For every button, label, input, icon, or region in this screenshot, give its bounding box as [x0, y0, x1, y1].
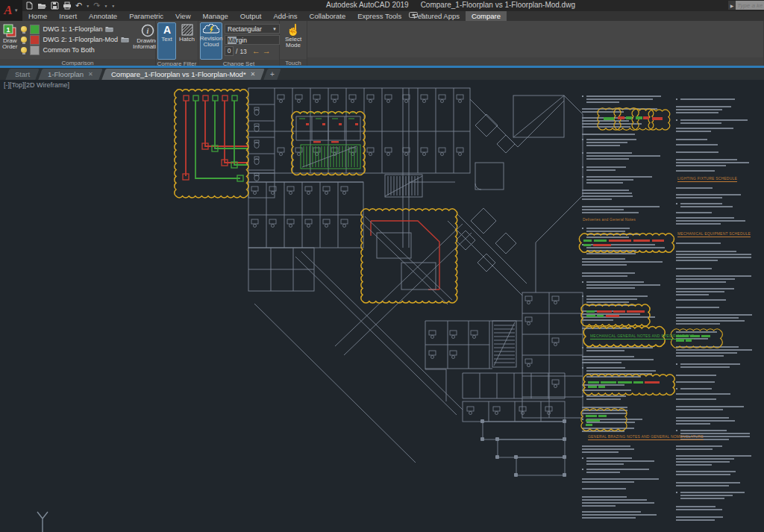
- text-diff-added: [583, 240, 592, 242]
- text-diff-added: [633, 381, 643, 384]
- undo-icon[interactable]: ↶: [75, 1, 82, 10]
- comparison-layer-row-0[interactable]: DWG 1: 1-Floorplan: [21, 25, 129, 34]
- select-mode-button[interactable]: ☝ Select Mode: [281, 22, 305, 59]
- text-diff-added: [701, 335, 710, 337]
- qat-customize-caret-icon[interactable]: ▼: [111, 4, 115, 8]
- draw-order-button[interactable]: 1 Draw Order: [1, 22, 18, 59]
- save-icon[interactable]: [51, 1, 59, 10]
- note-heading-0: Deliveries and General Notes: [583, 217, 636, 222]
- file-tab-active[interactable]: Compare_1-Floorplan vs 1-Floorplan-Mod*✕: [101, 69, 265, 80]
- redo-caret-icon[interactable]: ▼: [104, 4, 107, 8]
- app-title: Autodesk AutoCAD 2019: [326, 1, 409, 9]
- redo-icon[interactable]: ↷: [93, 1, 100, 10]
- panel-touch: ☝ Select Mode Touch: [280, 21, 307, 66]
- comparison-layer-row-1[interactable]: DWG 2: 1-Floorplan-Mod: [21, 35, 129, 44]
- ribbon-tab-compare[interactable]: Compare: [466, 11, 507, 21]
- folder-icon[interactable]: [121, 37, 129, 43]
- visibility-bulb-icon[interactable]: [21, 26, 27, 32]
- folder-icon[interactable]: [105, 26, 113, 32]
- revision-cloud-5[interactable]: [632, 109, 654, 130]
- layer-color-swatch[interactable]: [30, 35, 40, 45]
- panel-change-set: Revision Cloud Rectangular▼ Margin 0 / 1…: [198, 21, 280, 66]
- ribbon-tab-view[interactable]: View: [169, 11, 196, 21]
- ribbon: 1 Draw Order DWG 1: 1-FloorplanDWG 2: 1-…: [0, 21, 764, 66]
- revision-cloud-annotations: [175, 90, 723, 431]
- svg-text:i: i: [147, 27, 149, 35]
- text-diff-removed: [633, 240, 650, 242]
- text-diff-removed: [593, 244, 611, 246]
- layer-label: Common To Both: [43, 46, 94, 54]
- layer-label: DWG 1: 1-Floorplan: [43, 25, 102, 33]
- ribbon-empty-area: [307, 21, 764, 66]
- ribbon-tab-collaborate[interactable]: Collaborate: [304, 11, 352, 21]
- text-diff-added: [618, 381, 632, 384]
- text-diff-added: [626, 116, 632, 119]
- diff-restroom-stair: [296, 113, 360, 169]
- ribbon-tab-insert[interactable]: Insert: [53, 11, 83, 21]
- info-icon: i: [141, 24, 154, 37]
- search-arrow-icon[interactable]: ▶: [728, 1, 736, 10]
- file-tab-1[interactable]: 1-Floorplan✕: [38, 69, 102, 80]
- ribbon-tab-home[interactable]: Home: [22, 11, 53, 21]
- undo-caret-icon[interactable]: ▼: [86, 4, 90, 8]
- text-diff-removed: [606, 315, 619, 317]
- change-current-box[interactable]: 0: [225, 46, 234, 56]
- visibility-bulb-icon[interactable]: [21, 37, 27, 43]
- text-diff-added: [598, 386, 605, 388]
- revision-cloud-1[interactable]: [292, 112, 366, 175]
- open-file-icon[interactable]: [37, 2, 47, 10]
- svg-text:A: A: [163, 24, 170, 36]
- new-tab-button[interactable]: +: [263, 69, 281, 80]
- revision-cloud-2[interactable]: [361, 209, 457, 303]
- previous-change-button[interactable]: ←: [252, 47, 260, 55]
- ribbon-tab-add-ins[interactable]: Add-ins: [267, 11, 303, 21]
- plot-icon[interactable]: [63, 1, 72, 10]
- ribbon-tab-parametric[interactable]: Parametric: [123, 11, 169, 21]
- visibility-bulb-icon[interactable]: [21, 47, 27, 53]
- ribbon-tab-express-tools[interactable]: Express Tools: [351, 11, 407, 21]
- text-diff-removed: [597, 310, 612, 313]
- autocad-logo[interactable]: A▼: [0, 0, 22, 21]
- margin-field[interactable]: Margin: [225, 35, 280, 45]
- revision-cloud-0[interactable]: [175, 90, 248, 198]
- close-tab-icon[interactable]: ✕: [88, 71, 93, 78]
- text-filter-button[interactable]: A Text: [157, 22, 176, 60]
- ribbon-tab-output[interactable]: Output: [234, 11, 268, 21]
- text-diff-added: [676, 335, 689, 337]
- text-diff-removed: [652, 240, 664, 242]
- panel-comparison: 1 Draw Order DWG 1: 1-FloorplanDWG 2: 1-…: [0, 21, 156, 66]
- ribbon-tab-annotate[interactable]: Annotate: [83, 11, 123, 21]
- layer-color-swatch[interactable]: [30, 46, 40, 55]
- layer-color-swatch[interactable]: [30, 25, 40, 34]
- file-tab-0[interactable]: Start: [5, 69, 40, 80]
- keyword-search-input[interactable]: [736, 1, 764, 10]
- diff-walls: [371, 221, 439, 290]
- diff-duct-runs: [183, 96, 248, 181]
- text-diff-added: [586, 315, 595, 317]
- screencast-icon[interactable]: [409, 12, 418, 18]
- dropdown-caret-icon: ▼: [272, 25, 277, 34]
- close-tab-icon[interactable]: ✕: [250, 71, 255, 78]
- text-diff-removed: [609, 240, 631, 242]
- cloud-style-dropdown[interactable]: Rectangular▼: [225, 24, 280, 34]
- text-diff-added: [598, 415, 607, 417]
- quick-access-toolbar: ↶▼ ↷▼ ▼: [25, 1, 115, 10]
- viewport-controls[interactable]: [-][Top][2D Wireframe]: [4, 81, 69, 89]
- text-diff-removed: [618, 116, 624, 119]
- note-heading-2: MECHANICAL EQUIPMENT SCHEDULE: [677, 231, 751, 237]
- hatch-filter-icon: [181, 24, 193, 36]
- text-diff-added: [586, 310, 595, 313]
- file-tab-bar: Start1-Floorplan✕Compare_1-Floorplan vs …: [0, 68, 764, 80]
- hatch-filter-button[interactable]: Hatch: [178, 22, 196, 59]
- text-diff-removed: [645, 381, 660, 384]
- text-diff-added: [586, 424, 592, 426]
- new-file-icon[interactable]: [25, 1, 34, 10]
- ribbon-tab-manage[interactable]: Manage: [197, 11, 234, 21]
- screencast-caret-icon[interactable]: ▼: [420, 13, 425, 17]
- text-diff-added: [686, 339, 692, 342]
- hand-pointer-icon: ☝: [286, 24, 301, 36]
- revision-cloud-button[interactable]: Revision Cloud: [200, 22, 222, 60]
- text-diff-added: [604, 117, 614, 120]
- comparison-layer-row-2[interactable]: Common To Both: [21, 46, 129, 54]
- next-change-button[interactable]: →: [263, 47, 271, 55]
